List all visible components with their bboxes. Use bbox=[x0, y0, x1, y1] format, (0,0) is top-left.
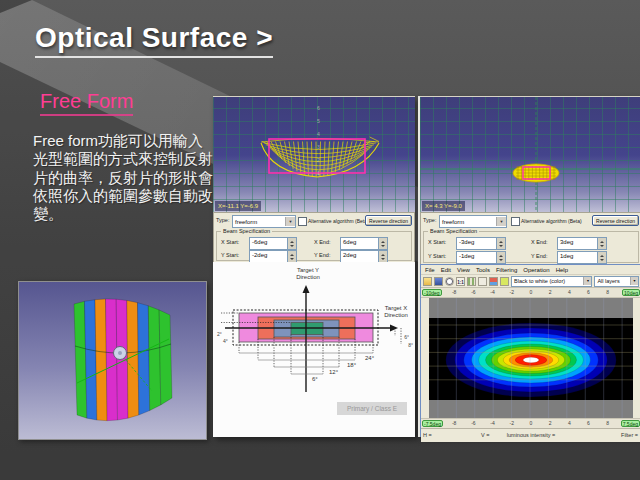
colormap-select-value: Black to white (color) bbox=[512, 278, 583, 284]
x-end-spinner[interactable] bbox=[378, 238, 387, 249]
freeform-heading: Free Form bbox=[40, 90, 133, 116]
x-start-spinner[interactable] bbox=[496, 238, 505, 249]
type-label: Type: bbox=[423, 217, 436, 223]
type-select[interactable]: freeform ▼ bbox=[232, 215, 296, 228]
status-intensity: luminous intensity = bbox=[507, 432, 555, 438]
cad-surface-image bbox=[18, 281, 207, 440]
y-end-spinner[interactable] bbox=[597, 252, 606, 263]
menu-edit[interactable]: Edit bbox=[441, 267, 451, 273]
y-end-input[interactable]: 1deg bbox=[557, 251, 607, 264]
x-start-input[interactable]: -6deg bbox=[249, 237, 297, 250]
y-start-spinner[interactable] bbox=[496, 252, 505, 263]
y-end-label: Y End: bbox=[314, 252, 330, 258]
x-end-input[interactable]: 6deg bbox=[340, 237, 388, 250]
y-start-label: Y Start: bbox=[428, 253, 446, 259]
viewport-3d-left[interactable]: 654321 X=-11.1 Y=-6.9 bbox=[213, 96, 415, 213]
chevron-down-icon[interactable]: ▼ bbox=[583, 277, 591, 285]
y-start-input[interactable]: -1deg bbox=[456, 251, 506, 264]
angle-6: 6° bbox=[312, 376, 318, 382]
layers-select-value: All layers bbox=[595, 278, 630, 284]
search-icon[interactable] bbox=[445, 277, 454, 286]
grid-icon[interactable] bbox=[467, 277, 476, 286]
viewport-3d-right[interactable]: X= 4.3 Y=-9.0 bbox=[420, 96, 640, 213]
chevron-down-icon[interactable]: ▼ bbox=[285, 217, 295, 226]
marker-icon[interactable] bbox=[500, 277, 509, 286]
reverse-direction-button[interactable]: Reverse direction bbox=[592, 215, 639, 226]
coordinate-readout-right: X= 4.3 Y=-9.0 bbox=[422, 201, 465, 211]
menu-tools[interactable]: Tools bbox=[476, 267, 490, 273]
plot-gray-band-top bbox=[429, 298, 633, 318]
beam-specification-legend: Beam Specification bbox=[428, 228, 479, 234]
photometric-viewer: FileEditViewToolsFilteringOperationHelp … bbox=[420, 264, 640, 437]
tick-label: -2 bbox=[506, 288, 518, 297]
reflector-mesh bbox=[261, 137, 379, 177]
menu-operation[interactable]: Operation bbox=[523, 267, 549, 273]
plot-gray-band-bottom bbox=[429, 400, 633, 418]
angle-left-2: 2° bbox=[217, 331, 222, 337]
y-start-value: -1deg bbox=[457, 252, 497, 261]
angle-24: 24° bbox=[365, 355, 375, 361]
beam-specification-group: Beam Specification X Start: -3deg X End:… bbox=[423, 228, 639, 263]
angle-right-6: 6° bbox=[404, 334, 409, 340]
horizontal-ruler-bottom: -7.5deg -10-8-6-4-20246810 7.5deg bbox=[421, 418, 640, 428]
viewport-scale-numbers: 654321 bbox=[317, 102, 320, 180]
beam-specification-legend: Beam Specification bbox=[221, 228, 272, 234]
menu-help[interactable]: Help bbox=[556, 267, 568, 273]
x-end-label: X End: bbox=[531, 239, 548, 245]
corner-badge-bottom-left: -7.5deg bbox=[422, 420, 443, 427]
tick-label: 4 bbox=[563, 419, 575, 428]
one-to-one-zoom-button[interactable]: 1:1 bbox=[456, 277, 465, 286]
target-y-label-1: Target Y bbox=[297, 267, 319, 273]
x-end-value: 3deg bbox=[558, 238, 598, 247]
class-label-button: Primary / Class E bbox=[337, 402, 407, 415]
axis-ticks-bottom: -10-8-6-4-20246810 bbox=[429, 419, 633, 428]
y-start-spinner[interactable] bbox=[287, 251, 296, 262]
x-end-spinner[interactable] bbox=[597, 238, 606, 249]
slide: Optical Surface > Free Form Free form功能可… bbox=[0, 0, 640, 480]
tick-label: -6 bbox=[467, 419, 479, 428]
y-end-label: Y End: bbox=[531, 253, 547, 259]
alternative-algorithm-checkbox[interactable] bbox=[511, 217, 520, 226]
y-end-value: 2deg bbox=[341, 251, 379, 260]
chart-icon[interactable] bbox=[489, 277, 498, 286]
alternative-algorithm-label: Alternative algorithm (Beta) bbox=[308, 218, 369, 224]
x-start-spinner[interactable] bbox=[287, 238, 296, 249]
tick-label: 8 bbox=[602, 419, 614, 428]
status-h: H = bbox=[423, 432, 432, 438]
reverse-direction-button[interactable]: Reverse direction bbox=[365, 215, 412, 226]
angle-right-8: 8° bbox=[408, 342, 413, 348]
colormap-select[interactable]: Black to white (color) ▼ bbox=[511, 276, 592, 287]
tick-label: 4 bbox=[563, 288, 575, 297]
chevron-down-icon[interactable]: ▼ bbox=[496, 217, 506, 226]
x-end-input[interactable]: 3deg bbox=[557, 237, 607, 250]
chevron-down-icon[interactable]: ▼ bbox=[630, 277, 638, 285]
target-x-label-2: Direction bbox=[384, 312, 408, 318]
y-end-spinner[interactable] bbox=[378, 251, 387, 262]
freeform-controls-right: Type: freeform ▼ Alternative algorithm (… bbox=[420, 212, 640, 266]
angle-12: 12° bbox=[329, 369, 339, 375]
tick-label: -4 bbox=[487, 419, 499, 428]
x-axis-arrow bbox=[390, 325, 398, 332]
freeform-editor-right: X= 4.3 Y=-9.0 Type: freeform ▼ Alternati… bbox=[418, 96, 640, 437]
type-select[interactable]: freeform ▼ bbox=[439, 215, 507, 228]
alternative-algorithm-checkbox[interactable] bbox=[298, 217, 307, 226]
luminous-intensity-plot[interactable] bbox=[421, 298, 640, 418]
tick-label: -2 bbox=[506, 419, 518, 428]
menu-filtering[interactable]: Filtering bbox=[496, 267, 517, 273]
menu-file[interactable]: File bbox=[425, 267, 435, 273]
x-start-label: X Start: bbox=[428, 239, 446, 245]
open-icon[interactable] bbox=[423, 277, 432, 286]
tick-label: 0 bbox=[525, 288, 537, 297]
y-start-label: Y Start: bbox=[221, 252, 239, 258]
save-icon[interactable] bbox=[434, 277, 443, 286]
alternative-algorithm-label: Alternative algorithm (Beta) bbox=[521, 218, 582, 224]
layers-select[interactable]: All layers ▼ bbox=[594, 276, 639, 287]
menu-view[interactable]: View bbox=[457, 267, 470, 273]
delete-icon[interactable] bbox=[478, 277, 487, 286]
striped-surface bbox=[74, 299, 172, 421]
tick-label: 2 bbox=[544, 419, 556, 428]
angle-18: 18° bbox=[347, 362, 357, 368]
status-bar: H = V = luminous intensity = Filter = bbox=[421, 428, 640, 442]
x-start-input[interactable]: -3deg bbox=[456, 237, 506, 250]
corner-badge-top-left: -10deg bbox=[422, 289, 442, 296]
